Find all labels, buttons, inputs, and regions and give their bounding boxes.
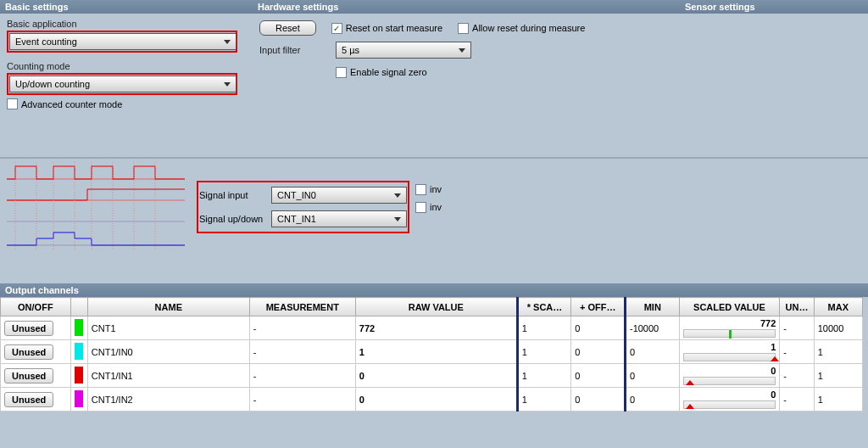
onoff-cell[interactable]: Unused [1, 316, 71, 340]
basic-application-label: Basic application [7, 19, 92, 29]
counting-mode-label: Counting mode [7, 61, 92, 71]
col-measurement[interactable]: MEASUREMENT [249, 298, 355, 316]
counting-mode-combo[interactable]: Up/down counting [9, 76, 236, 92]
scaled-cell[interactable]: 0 [679, 388, 780, 412]
signal-inputs-highlight: Signal input CNT_IN0 Signal up/down CNT_… [197, 181, 409, 233]
col-scaled[interactable]: SCALED VALUE [679, 298, 780, 316]
col-min[interactable]: MIN [625, 298, 679, 316]
waveform-diagram [7, 162, 185, 251]
waveform-signal-panel: Signal input CNT_IN0 Signal up/down CNT_… [0, 157, 868, 255]
hardware-settings-title: Hardware settings [258, 2, 685, 12]
signal-updown-inv-check[interactable]: inv [415, 202, 442, 213]
un-cell[interactable]: - [780, 340, 814, 364]
max-cell[interactable]: 10000 [814, 316, 862, 340]
signal-input-inv-check[interactable]: inv [415, 184, 442, 195]
basic-application-combo[interactable]: Event counting [9, 33, 236, 50]
input-filter-label: Input filter [259, 45, 336, 55]
min-cell[interactable]: 0 [625, 388, 679, 412]
table-row[interactable]: UnusedCNT1-77210-10000772-10000 [1, 316, 863, 340]
basic-settings-column: Basic application Event counting Countin… [7, 19, 259, 111]
off-cell[interactable]: 0 [571, 316, 626, 340]
signal-updown-combo[interactable]: CNT_IN1 [271, 210, 407, 227]
basic-settings-title: Basic settings [5, 2, 258, 12]
reset-button[interactable]: Reset [259, 20, 316, 36]
output-channels-table: ON/OFF NAME MEASUREMENT RAW VALUE * SCA…… [0, 297, 863, 412]
color-cell[interactable] [70, 340, 87, 364]
checkbox-icon: ✓ [331, 23, 342, 34]
raw-cell[interactable]: 0 [355, 388, 517, 412]
measurement-cell[interactable]: - [249, 340, 355, 364]
max-cell[interactable]: 1 [814, 340, 862, 364]
name-cell[interactable]: CNT1/IN1 [87, 364, 249, 388]
off-cell[interactable]: 0 [571, 364, 626, 388]
allow-reset-check[interactable]: Allow reset during measure [458, 23, 585, 34]
sca-cell[interactable]: 1 [517, 388, 571, 412]
onoff-cell[interactable]: Unused [1, 340, 71, 364]
scaled-cell[interactable]: 772 [679, 316, 780, 340]
measurement-cell[interactable]: - [249, 388, 355, 412]
color-cell[interactable] [70, 388, 87, 412]
col-onoff[interactable]: ON/OFF [1, 298, 71, 316]
scaled-cell[interactable]: 0 [679, 364, 780, 388]
off-cell[interactable]: 0 [571, 340, 626, 364]
name-cell[interactable]: CNT1/IN0 [87, 340, 249, 364]
raw-cell[interactable]: 772 [355, 316, 517, 340]
max-cell[interactable]: 1 [814, 364, 862, 388]
min-cell[interactable]: 0 [625, 364, 679, 388]
name-cell[interactable]: CNT1/IN2 [87, 388, 249, 412]
signal-input-combo[interactable]: CNT_IN0 [271, 187, 407, 204]
checkbox-icon [336, 67, 347, 78]
top-section-header: Basic settings Hardware settings Sensor … [0, 0, 868, 14]
counting-mode-highlight: Up/down counting [7, 73, 237, 95]
col-un[interactable]: UN… [780, 298, 814, 316]
signal-updown-label: Signal up/down [199, 214, 271, 224]
enable-signal-zero-check[interactable]: Enable signal zero [336, 67, 427, 78]
onoff-cell[interactable]: Unused [1, 388, 71, 412]
table-row[interactable]: UnusedCNT1/IN0-11001-1 [1, 340, 863, 364]
raw-cell[interactable]: 0 [355, 364, 517, 388]
max-cell[interactable]: 1 [814, 388, 862, 412]
checkbox-icon [7, 98, 18, 109]
table-row[interactable]: UnusedCNT1/IN1-01000-1 [1, 364, 863, 388]
measurement-cell[interactable]: - [249, 364, 355, 388]
input-filter-combo[interactable]: 5 µs [336, 42, 471, 59]
signal-input-label: Signal input [199, 190, 271, 200]
top-settings-panel: Basic application Event counting Countin… [0, 14, 868, 116]
reset-on-start-check[interactable]: ✓ Reset on start measure [331, 23, 442, 34]
hardware-settings-column: Reset ✓ Reset on start measure Allow res… [259, 19, 687, 111]
min-cell[interactable]: -10000 [625, 316, 679, 340]
measurement-cell[interactable]: - [249, 316, 355, 340]
sca-cell[interactable]: 1 [517, 340, 571, 364]
basic-application-highlight: Event counting [7, 31, 237, 53]
table-row[interactable]: UnusedCNT1/IN2-01000-1 [1, 388, 863, 412]
col-raw[interactable]: RAW VALUE [355, 298, 517, 316]
col-color[interactable] [70, 298, 87, 316]
min-cell[interactable]: 0 [625, 340, 679, 364]
advanced-counter-mode-check[interactable]: Advanced counter mode [7, 98, 122, 109]
sca-cell[interactable]: 1 [517, 316, 571, 340]
col-off[interactable]: + OFF… [571, 298, 626, 316]
checkbox-icon [458, 23, 469, 34]
checkbox-icon [415, 202, 426, 213]
color-cell[interactable] [70, 364, 87, 388]
un-cell[interactable]: - [780, 364, 814, 388]
checkbox-icon [415, 184, 426, 195]
off-cell[interactable]: 0 [571, 388, 626, 412]
col-max[interactable]: MAX [814, 298, 862, 316]
un-cell[interactable]: - [780, 316, 814, 340]
color-cell[interactable] [70, 316, 87, 340]
sca-cell[interactable]: 1 [517, 364, 571, 388]
sensor-settings-title: Sensor settings [685, 2, 755, 12]
name-cell[interactable]: CNT1 [87, 316, 249, 340]
raw-cell[interactable]: 1 [355, 340, 517, 364]
onoff-cell[interactable]: Unused [1, 364, 71, 388]
un-cell[interactable]: - [780, 388, 814, 412]
output-channels-title: Output channels [0, 283, 868, 297]
scaled-cell[interactable]: 1 [679, 340, 780, 364]
col-sca[interactable]: * SCA… [517, 298, 571, 316]
table-header-row: ON/OFF NAME MEASUREMENT RAW VALUE * SCA…… [1, 298, 863, 316]
col-name[interactable]: NAME [87, 298, 249, 316]
